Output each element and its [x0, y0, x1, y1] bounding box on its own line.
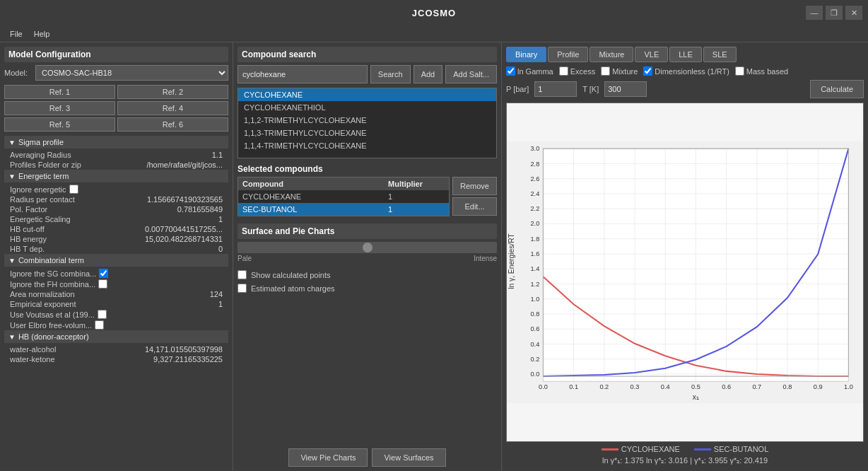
list-item[interactable]: 1,1,4-TRIMETHYLCYCLOHEXANE	[238, 139, 496, 152]
ignore-energetic-checkbox[interactable]	[69, 185, 78, 194]
svg-text:0.0: 0.0	[539, 383, 548, 390]
list-item[interactable]: 1,1,3-TRIMETHYLCYCLOHEXANE	[238, 127, 496, 139]
t-label: T [K]	[582, 85, 599, 93]
search-input[interactable]	[237, 65, 368, 83]
app-title: JCOSMO	[412, 8, 456, 18]
ignore-fh-checkbox[interactable]	[98, 279, 107, 289]
area-norm-value: 124	[210, 290, 223, 298]
mixture-checkbox[interactable]	[601, 66, 610, 76]
ref4-button[interactable]: Ref. 4	[117, 101, 228, 115]
tab-mixture[interactable]: Mixture	[590, 47, 633, 62]
ln-gamma-option[interactable]: ln Gamma	[506, 66, 553, 76]
view-pie-charts-button[interactable]: View Pie Charts	[288, 448, 368, 467]
sigma-profile-header[interactable]: ▼ Sigma profile	[4, 136, 228, 149]
menu-file[interactable]: File	[4, 28, 28, 40]
ref2-button[interactable]: Ref. 2	[117, 85, 228, 99]
tab-lle[interactable]: LLE	[669, 47, 702, 62]
minimize-button[interactable]: —	[806, 6, 823, 20]
tab-binary[interactable]: Binary	[506, 47, 546, 62]
formula-row: ln γ*₁: 1.375 ln γ*₂: 3.016 | γ*₁: 3.955…	[506, 455, 864, 467]
menu-bar: File Help	[0, 25, 868, 42]
show-calculated-checkbox[interactable]	[237, 270, 247, 279]
add-button[interactable]: Add	[414, 65, 443, 83]
col-multiplier: Multiplier	[388, 180, 445, 188]
energetic-term-header[interactable]: ▼ Energetic term	[4, 170, 228, 182]
calculate-button[interactable]: Calculate	[810, 80, 864, 98]
menu-help[interactable]: Help	[28, 28, 56, 40]
hb-term-header[interactable]: ▼ HB (donor-acceptor)	[4, 330, 228, 343]
ln-gamma-checkbox[interactable]	[506, 66, 515, 76]
svg-text:1.8: 1.8	[530, 236, 539, 243]
ignore-sg-checkbox[interactable]	[99, 269, 108, 278]
svg-text:1.6: 1.6	[530, 250, 539, 257]
svg-text:1.4: 1.4	[530, 265, 539, 272]
hb-energy-value: 15,020.482268714331	[145, 235, 223, 243]
mass-based-checkbox[interactable]	[735, 66, 744, 76]
tab-vle[interactable]: VLE	[635, 47, 668, 62]
ref6-button[interactable]: Ref. 6	[117, 117, 228, 132]
svg-text:0.4: 0.4	[530, 341, 539, 348]
radius-contact-value: 1.1566674190323565	[147, 195, 223, 204]
elbro-checkbox[interactable]	[95, 320, 104, 330]
list-item[interactable]: CYCLOHEXANETHIOL	[238, 101, 496, 114]
table-row[interactable]: SEC-BUTANOL 1	[238, 203, 449, 216]
svg-text:2.6: 2.6	[530, 175, 539, 182]
mixture-option[interactable]: Mixture	[601, 66, 638, 76]
estimated-atom-checkbox[interactable]	[237, 284, 247, 293]
mass-based-label: Mass based	[746, 67, 788, 76]
slider-labels: Pale Intense	[237, 255, 497, 262]
svg-text:x₁: x₁	[693, 393, 699, 401]
compound-multiplier: 1	[388, 205, 445, 214]
remove-button[interactable]: Remove	[452, 177, 497, 195]
profiles-folder-value: /home/rafael/git/jcos...	[146, 161, 223, 169]
voutsas-label: Use Voutsas et al (199...	[10, 310, 95, 319]
tab-sle[interactable]: SLE	[703, 47, 737, 62]
averaging-radius-row: Averaging Radius 1.1	[4, 150, 228, 160]
close-button[interactable]: ✕	[845, 6, 862, 20]
dimensionless-option[interactable]: Dimensionless (1/RT)	[643, 66, 729, 76]
svg-text:0.6: 0.6	[530, 325, 539, 332]
ref1-button[interactable]: Ref. 1	[4, 85, 115, 99]
list-item[interactable]: 1,1,2-TRIMETHYLCYCLOHEXANE	[238, 114, 496, 127]
hb-tdep-row: HB T dep. 0	[4, 244, 228, 254]
intensity-slider[interactable]	[237, 242, 497, 253]
table-row[interactable]: CYCLOHEXANE 1	[238, 190, 449, 203]
surface-pie-header: Surface and Pie Charts	[237, 223, 497, 239]
hb-term-label: HB (donor-acceptor)	[18, 332, 89, 341]
p-label: P [bar]	[506, 85, 529, 93]
ln-gamma-label: ln Gamma	[517, 67, 553, 76]
mass-based-option[interactable]: Mass based	[735, 66, 788, 76]
t-input[interactable]	[604, 81, 647, 97]
combinatorial-arrow-icon: ▼	[8, 257, 16, 264]
profiles-folder-label: Profiles Folder or zip	[10, 161, 81, 169]
svg-text:0.1: 0.1	[569, 383, 578, 390]
water-alcohol-value: 14,171.015505397998	[145, 345, 223, 354]
empirical-exp-row: Empirical exponent 1	[4, 299, 228, 309]
main-content: Model Configuration Model: COSMO-SAC-HB1…	[0, 42, 868, 471]
voutsas-checkbox[interactable]	[98, 310, 107, 319]
p-input[interactable]	[534, 81, 577, 97]
ignore-fh-label: Ignore the FH combina...	[10, 280, 95, 289]
tab-profile[interactable]: Profile	[548, 47, 588, 62]
combinatorial-term-header[interactable]: ▼ Combinatorial term	[4, 254, 228, 267]
water-ketone-label: water-ketone	[10, 355, 55, 364]
excess-checkbox[interactable]	[559, 66, 568, 76]
svg-text:0.2: 0.2	[599, 383, 609, 390]
slider-intense-label: Intense	[474, 255, 497, 262]
view-surfaces-button[interactable]: View Surfaces	[372, 448, 445, 467]
model-select[interactable]: COSMO-SAC-HB18	[35, 65, 228, 81]
edit-button[interactable]: Edit...	[452, 197, 497, 216]
selected-compounds-area: Compound Multiplier CYCLOHEXANE 1 SEC-BU…	[237, 177, 497, 219]
dimensionless-checkbox[interactable]	[643, 66, 652, 76]
show-calculated-points-row: Show calculated points	[237, 268, 497, 281]
maximize-button[interactable]: ❐	[826, 6, 843, 20]
excess-option[interactable]: Excess	[559, 66, 595, 76]
svg-text:0.2: 0.2	[530, 356, 539, 363]
list-item[interactable]: CYCLOHEXANE	[238, 88, 496, 101]
search-button[interactable]: Search	[370, 65, 411, 83]
hb-energy-label: HB energy	[10, 235, 47, 243]
legend-sec-butanol-label: SEC-BUTANOL	[714, 445, 768, 453]
ref3-button[interactable]: Ref. 3	[4, 101, 115, 115]
ref5-button[interactable]: Ref. 5	[4, 117, 115, 132]
add-salt-button[interactable]: Add Salt...	[445, 65, 497, 83]
